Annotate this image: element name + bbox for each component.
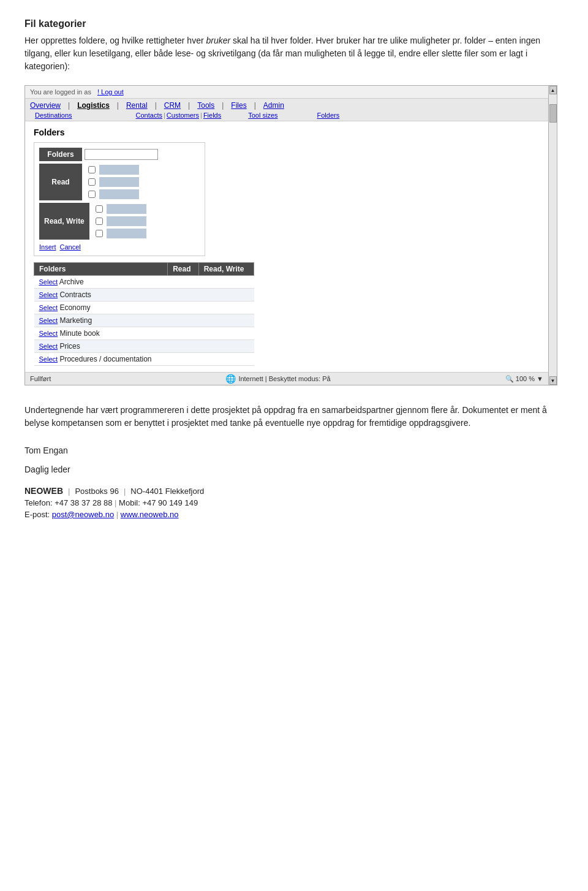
status-center: 🌐 Internett | Beskyttet modus: På bbox=[225, 374, 330, 384]
folders-section-title: Folders bbox=[34, 127, 540, 137]
menu-sub-toolsizes[interactable]: Tool sizes bbox=[248, 112, 277, 119]
read-section: Read bbox=[39, 164, 200, 200]
phone: Telefon: +47 38 37 28 88 bbox=[24, 498, 112, 507]
zoom-icon: 🔍 bbox=[505, 375, 514, 382]
folders-input[interactable] bbox=[85, 149, 158, 160]
company-name: NEOWEB bbox=[24, 486, 63, 496]
company-city: NO-4401 Flekkefjord bbox=[130, 487, 204, 496]
folder-name: Procedures / documentation bbox=[58, 355, 151, 363]
menu-sub-fields[interactable]: Fields bbox=[203, 112, 221, 119]
website-link[interactable]: www.neoweb.no bbox=[121, 510, 179, 519]
status-center-text: Internett | Beskyttet modus: På bbox=[238, 375, 330, 382]
read-write-cell bbox=[198, 340, 254, 353]
rw-checkbox-3[interactable] bbox=[96, 230, 103, 237]
read-write-label: Read, Write bbox=[39, 203, 89, 240]
table-row: Select Procedures / documentation bbox=[34, 353, 254, 366]
read-write-section: Read, Write bbox=[39, 203, 200, 240]
select-link[interactable]: Select bbox=[39, 330, 58, 337]
scrollbar-up[interactable]: ▲ bbox=[549, 86, 557, 94]
sig-title: Daglig leder bbox=[24, 463, 564, 476]
email-label: E-post: bbox=[24, 510, 52, 519]
read-checkbox-row-2 bbox=[88, 177, 139, 187]
rw-checkbox-2[interactable] bbox=[96, 218, 103, 225]
read-cell bbox=[168, 314, 199, 327]
table-row: Select Minute book bbox=[34, 327, 254, 340]
intro-text-1: Her opprettes foldere, og hvilke rettigh… bbox=[24, 36, 206, 45]
menu-tools[interactable]: Tools bbox=[197, 101, 214, 110]
select-link[interactable]: Select bbox=[39, 343, 58, 350]
rw-checkbox-row-1 bbox=[96, 204, 146, 214]
menu-admin[interactable]: Admin bbox=[263, 101, 284, 110]
select-link[interactable]: Select bbox=[39, 291, 58, 298]
insert-button[interactable]: Insert bbox=[39, 243, 56, 251]
select-link[interactable]: Select bbox=[39, 355, 58, 363]
read-write-cell bbox=[198, 314, 254, 327]
cancel-button[interactable]: Cancel bbox=[60, 243, 81, 251]
scrollbar-thumb[interactable] bbox=[549, 104, 557, 123]
table-row: Select Prices bbox=[34, 340, 254, 353]
folders-input-row: Folders bbox=[39, 148, 200, 161]
bottom-text: Undertegnende har vært programmereren i … bbox=[24, 404, 564, 430]
col-read-write: Read, Write bbox=[198, 263, 254, 276]
folders-label: Folders bbox=[39, 148, 82, 161]
status-bar: Fullført 🌐 Internett | Beskyttet modus: … bbox=[25, 372, 548, 385]
menu-bar: Overview | Logistics | Rental | CRM | To… bbox=[25, 99, 548, 121]
read-checkbox-2[interactable] bbox=[88, 178, 96, 186]
bottom-para: Undertegnende har vært programmereren i … bbox=[24, 404, 564, 430]
zoom-level: 100 % bbox=[516, 375, 535, 382]
read-write-cell bbox=[198, 327, 254, 340]
intro-em: bruker bbox=[206, 36, 231, 45]
scrollbar-down[interactable]: ▼ bbox=[549, 376, 557, 385]
email-info: E-post: post@neoweb.no | www.neoweb.no bbox=[24, 510, 564, 519]
select-link[interactable]: Select bbox=[39, 278, 58, 286]
status-left: Fullført bbox=[30, 375, 51, 382]
read-checkbox-label-1 bbox=[99, 165, 139, 175]
rw-checkbox-1[interactable] bbox=[96, 205, 103, 213]
sig-name: Tom Engan bbox=[24, 444, 564, 457]
read-write-cell bbox=[198, 276, 254, 289]
folder-name: Archive bbox=[58, 278, 84, 286]
folders-table: Folders Read Read, Write Select ArchiveS… bbox=[34, 262, 254, 366]
signature: Tom Engan Daglig leder bbox=[24, 444, 564, 476]
rw-checkbox-row-2 bbox=[96, 216, 146, 226]
folder-name: Minute book bbox=[58, 329, 100, 338]
nav-bar: You are logged in as ! Log out bbox=[25, 86, 548, 99]
logout-link[interactable]: ! Log out bbox=[97, 88, 124, 96]
col-read: Read bbox=[168, 263, 199, 276]
select-link[interactable]: Select bbox=[39, 317, 58, 324]
rw-checkbox-label-3 bbox=[107, 229, 146, 238]
menu-overview[interactable]: Overview bbox=[30, 101, 61, 110]
read-checkbox-label-2 bbox=[99, 177, 139, 187]
folder-name: Marketing bbox=[58, 316, 92, 325]
globe-icon: 🌐 bbox=[225, 374, 236, 384]
dropdown-icon[interactable]: ▼ bbox=[537, 375, 543, 382]
read-cell bbox=[168, 353, 199, 366]
menu-crm[interactable]: CRM bbox=[164, 101, 181, 110]
read-write-cell bbox=[198, 353, 254, 366]
select-link[interactable]: Select bbox=[39, 304, 58, 311]
read-checkbox-row-1 bbox=[88, 165, 139, 175]
menu-sub-destinations[interactable]: Destinations bbox=[35, 112, 72, 119]
intro-para-1: Her opprettes foldere, og hvilke rettigh… bbox=[24, 34, 564, 73]
menu-logistics[interactable]: Logistics bbox=[77, 101, 110, 110]
menu-sub-contacts[interactable]: Contacts bbox=[136, 112, 162, 119]
read-checkbox-3[interactable] bbox=[88, 191, 96, 198]
col-folders: Folders bbox=[34, 263, 168, 276]
rw-checkbox-row-3 bbox=[96, 229, 146, 238]
menu-sub-customers[interactable]: Customers bbox=[167, 112, 199, 119]
table-row: Select Contracts bbox=[34, 289, 254, 301]
read-cell bbox=[168, 340, 199, 353]
table-row: Select Economy bbox=[34, 301, 254, 314]
read-checkbox-1[interactable] bbox=[88, 166, 96, 173]
menu-sub-folders[interactable]: Folders bbox=[317, 112, 340, 119]
read-checkbox-row-3 bbox=[88, 189, 139, 199]
menu-files[interactable]: Files bbox=[231, 101, 246, 110]
email-link[interactable]: post@neoweb.no bbox=[52, 510, 114, 519]
browser-window: You are logged in as ! Log out Overview … bbox=[24, 85, 557, 385]
company-address: Postboks 96 bbox=[75, 487, 119, 496]
folder-name: Prices bbox=[58, 342, 80, 351]
menu-rental[interactable]: Rental bbox=[126, 101, 148, 110]
read-write-cell bbox=[198, 301, 254, 314]
read-cell bbox=[168, 327, 199, 340]
rw-checkbox-label-2 bbox=[107, 216, 146, 226]
